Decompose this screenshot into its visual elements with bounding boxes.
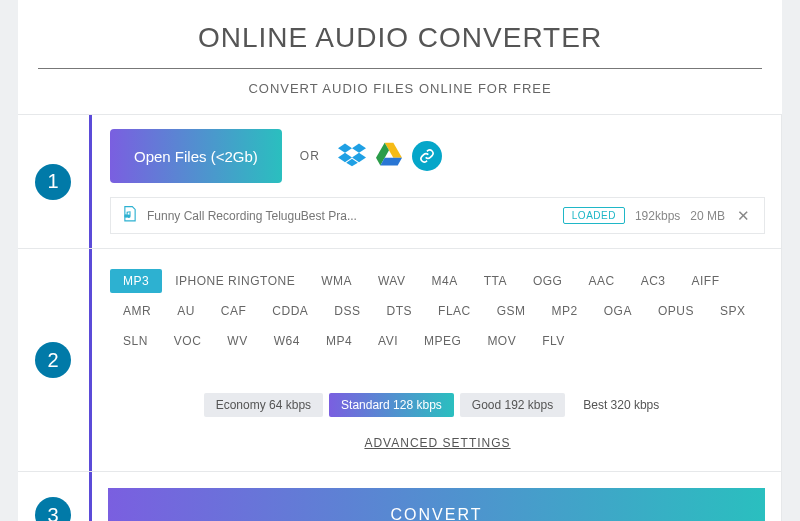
quality-option[interactable]: Good 192 kbps xyxy=(460,393,565,417)
format-option[interactable]: SPX xyxy=(707,299,759,323)
file-size: 20 MB xyxy=(690,209,725,223)
svg-marker-1 xyxy=(352,144,366,153)
svg-marker-0 xyxy=(338,144,352,153)
url-link-icon[interactable] xyxy=(412,141,442,171)
format-option[interactable]: MOV xyxy=(474,329,529,353)
format-option[interactable]: VOC xyxy=(161,329,215,353)
format-option[interactable]: AMR xyxy=(110,299,164,323)
status-badge: LOADED xyxy=(563,207,625,224)
step-3-row: 3 CONVERT xyxy=(18,471,782,521)
format-option[interactable]: MP4 xyxy=(313,329,365,353)
quality-list: Economy 64 kbpsStandard 128 kbpsGood 192… xyxy=(110,363,765,417)
format-option[interactable]: AIFF xyxy=(679,269,733,293)
step-2-row: 2 MP3IPHONE RINGTONEWMAWAVM4ATTAOGGAACAC… xyxy=(18,248,782,471)
format-option[interactable]: WMA xyxy=(308,269,365,293)
advanced-settings-link[interactable]: ADVANCED SETTINGS xyxy=(364,436,510,450)
format-option[interactable]: MPEG xyxy=(411,329,474,353)
page-title: ONLINE AUDIO CONVERTER xyxy=(18,4,782,68)
format-option[interactable]: AVI xyxy=(365,329,411,353)
step-1-col: 1 xyxy=(17,115,92,248)
format-option[interactable]: FLV xyxy=(529,329,578,353)
format-option[interactable]: AAC xyxy=(575,269,627,293)
step-2-col: 2 xyxy=(17,249,92,471)
format-option[interactable]: AC3 xyxy=(628,269,679,293)
step-1-row: 1 Open Files (<2Gb) OR xyxy=(18,114,782,248)
open-files-button[interactable]: Open Files (<2Gb) xyxy=(110,129,282,183)
format-option[interactable]: OGA xyxy=(591,299,645,323)
format-option[interactable]: WV xyxy=(214,329,260,353)
format-option[interactable]: WAV xyxy=(365,269,419,293)
format-option[interactable]: AU xyxy=(164,299,208,323)
step-3-col: 3 xyxy=(17,472,92,521)
format-option[interactable]: FLAC xyxy=(425,299,484,323)
quality-option[interactable]: Standard 128 kbps xyxy=(329,393,454,417)
file-bitrate: 192kbps xyxy=(635,209,680,223)
format-option[interactable]: W64 xyxy=(261,329,313,353)
format-option[interactable]: CAF xyxy=(208,299,260,323)
step-1-badge: 1 xyxy=(35,164,71,200)
file-name: Funny Call Recording TeluguBest Pra... xyxy=(147,209,553,223)
file-row: Funny Call Recording TeluguBest Pra... L… xyxy=(110,197,765,234)
format-option[interactable]: SLN xyxy=(110,329,161,353)
dropbox-icon[interactable] xyxy=(338,140,366,172)
google-drive-icon[interactable] xyxy=(376,142,402,170)
quality-option[interactable]: Best 320 kbps xyxy=(571,393,671,417)
format-list: MP3IPHONE RINGTONEWMAWAVM4ATTAOGGAACAC3A… xyxy=(110,263,765,363)
step-3-badge: 3 xyxy=(35,497,71,521)
format-option[interactable]: IPHONE RINGTONE xyxy=(162,269,308,293)
format-option[interactable]: CDDA xyxy=(259,299,321,323)
format-option[interactable]: MP2 xyxy=(539,299,591,323)
or-label: OR xyxy=(300,149,320,163)
remove-file-icon[interactable]: ✕ xyxy=(735,207,752,225)
format-option[interactable]: OGG xyxy=(520,269,576,293)
step-2-badge: 2 xyxy=(35,342,71,378)
page-subtitle: CONVERT AUDIO FILES ONLINE FOR FREE xyxy=(18,69,782,114)
audio-file-icon xyxy=(123,206,137,225)
format-option[interactable]: DSS xyxy=(321,299,373,323)
format-option[interactable]: GSM xyxy=(484,299,539,323)
format-option[interactable]: DTS xyxy=(374,299,426,323)
quality-option[interactable]: Economy 64 kbps xyxy=(204,393,323,417)
format-option[interactable]: M4A xyxy=(418,269,470,293)
format-option[interactable]: TTA xyxy=(471,269,520,293)
convert-button[interactable]: CONVERT xyxy=(108,488,765,521)
format-option[interactable]: MP3 xyxy=(110,269,162,293)
format-option[interactable]: OPUS xyxy=(645,299,707,323)
